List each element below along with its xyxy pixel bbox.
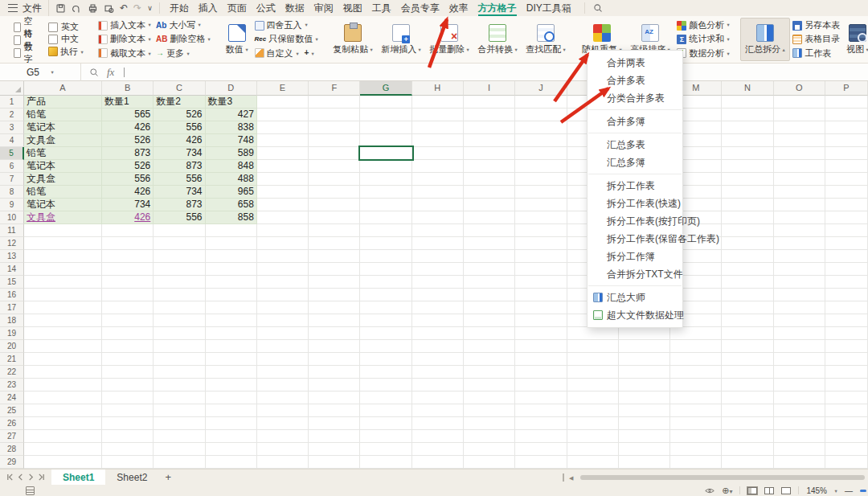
cell-B5[interactable]: 873 (102, 147, 154, 160)
cell-J5[interactable] (515, 147, 567, 160)
cell-B13[interactable] (102, 250, 154, 263)
cell-G25[interactable] (360, 404, 411, 417)
cell-N23[interactable] (722, 379, 773, 391)
cell-G29[interactable] (360, 456, 411, 469)
menu-item-分类合并多表[interactable]: 分类合并多表 (588, 89, 682, 107)
normal-view-icon[interactable] (747, 487, 757, 494)
cell-H12[interactable] (412, 237, 464, 250)
cell-O23[interactable] (774, 379, 825, 391)
cell-N16[interactable] (722, 289, 773, 301)
cell-E19[interactable] (257, 327, 309, 340)
cell-O9[interactable] (774, 199, 825, 211)
cell-O13[interactable] (774, 250, 825, 263)
cell-A18[interactable] (24, 314, 102, 327)
cell-J6[interactable] (515, 160, 567, 173)
row-header-20[interactable]: 20 (0, 340, 24, 353)
cell-L24[interactable] (619, 391, 670, 404)
cell-F12[interactable] (309, 237, 360, 250)
color-analysis-button[interactable]: 颜色分析▾ (677, 19, 730, 32)
cell-C2[interactable]: 526 (154, 109, 205, 121)
cell-B9[interactable]: 734 (102, 199, 154, 211)
checkbox-icon[interactable] (48, 35, 58, 44)
cell-H4[interactable] (412, 134, 464, 147)
cell-O18[interactable] (774, 314, 825, 327)
cell-M21[interactable] (670, 353, 722, 366)
data-analysis-button[interactable]: 数据分析▾ (677, 47, 730, 59)
column-header-B[interactable]: B (102, 81, 154, 96)
cell-F21[interactable] (309, 353, 360, 366)
cell-J26[interactable] (515, 417, 567, 430)
cell-P16[interactable] (825, 289, 868, 301)
cell-E25[interactable] (257, 404, 309, 417)
cell-L26[interactable] (619, 417, 670, 430)
cell-O4[interactable] (774, 134, 825, 147)
cell-J9[interactable] (515, 199, 567, 211)
cell-N12[interactable] (722, 237, 773, 250)
cell-C7[interactable]: 556 (154, 173, 205, 186)
cell-K21[interactable] (567, 353, 619, 366)
cell-B17[interactable] (102, 301, 154, 314)
cell-P26[interactable] (825, 417, 868, 430)
cell-D15[interactable] (206, 276, 257, 289)
cell-A14[interactable] (24, 263, 102, 276)
row-header-24[interactable]: 24 (0, 391, 24, 404)
menu-item-合并多簿[interactable]: 合并多簿 (588, 113, 682, 130)
cell-F11[interactable] (309, 224, 360, 237)
cell-I22[interactable] (464, 366, 515, 379)
cell-A13[interactable] (24, 250, 102, 263)
cell-P14[interactable] (825, 263, 868, 276)
row-header-12[interactable]: 12 (0, 237, 24, 250)
cell-B12[interactable] (102, 237, 154, 250)
table-of-contents-button[interactable]: 表格目录 (792, 33, 840, 46)
row-header-29[interactable]: 29 (0, 456, 24, 469)
cell-O20[interactable] (774, 340, 825, 353)
cell-E24[interactable] (257, 391, 309, 404)
checkbox-icon[interactable] (14, 35, 21, 45)
cell-L25[interactable] (619, 404, 670, 417)
menu-item-拆分工作表(保留各工作表)[interactable]: 拆分工作表(保留各工作表) (588, 230, 682, 248)
cell-C14[interactable] (154, 263, 205, 276)
cell-D9[interactable]: 658 (206, 199, 257, 211)
cell-C22[interactable] (154, 366, 205, 379)
cell-M20[interactable] (670, 340, 722, 353)
menu-item-拆分工作表(快速)[interactable]: 拆分工作表(快速) (588, 195, 682, 212)
cell-P24[interactable] (825, 391, 868, 404)
cell-M25[interactable] (670, 404, 722, 417)
cell-F20[interactable] (309, 340, 360, 353)
last-sheet-icon[interactable] (38, 473, 45, 481)
menu-item-拆分工作表[interactable]: 拆分工作表 (588, 177, 682, 195)
cell-B23[interactable] (102, 379, 154, 391)
cell-D12[interactable] (206, 237, 257, 250)
summary-split-button[interactable]: 汇总拆分▴ (740, 18, 790, 61)
cell-B19[interactable] (102, 327, 154, 340)
cell-K19[interactable] (567, 327, 619, 340)
cell-B20[interactable] (102, 340, 154, 353)
cell-G3[interactable] (360, 121, 411, 134)
cell-B10[interactable]: 426 (102, 211, 154, 224)
copy-paste-button[interactable]: 复制粘贴▾ (329, 18, 377, 61)
cell-E1[interactable] (257, 96, 309, 109)
cell-J1[interactable] (515, 96, 567, 109)
formula-search-icon[interactable] (89, 68, 99, 77)
cell-P12[interactable] (825, 237, 868, 250)
row-header-19[interactable]: 19 (0, 327, 24, 340)
cell-D26[interactable] (206, 417, 257, 430)
cell-A9[interactable]: 笔记本 (24, 199, 102, 211)
cell-A2[interactable]: 铅笔 (24, 109, 102, 121)
cell-A15[interactable] (24, 276, 102, 289)
cell-B2[interactable]: 565 (102, 109, 154, 121)
cell-B16[interactable] (102, 289, 154, 301)
cell-I20[interactable] (464, 340, 515, 353)
cell-A27[interactable] (24, 430, 102, 443)
cell-I28[interactable] (464, 443, 515, 456)
row-header-27[interactable]: 27 (0, 430, 24, 443)
cell-D24[interactable] (206, 391, 257, 404)
row-header-8[interactable]: 8 (0, 186, 24, 199)
cell-A28[interactable] (24, 443, 102, 456)
cell-J8[interactable] (515, 186, 567, 199)
cell-F19[interactable] (309, 327, 360, 340)
keep-values-button[interactable]: Rec只保留数值▾ (255, 33, 319, 46)
cell-C21[interactable] (154, 353, 205, 366)
cell-N28[interactable] (722, 443, 773, 456)
cell-O2[interactable] (774, 109, 825, 121)
